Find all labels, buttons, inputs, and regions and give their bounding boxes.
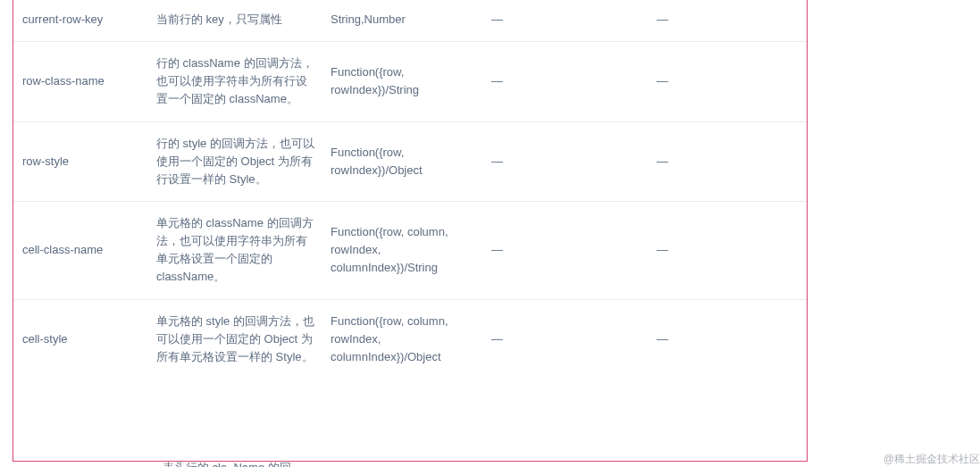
attr-type: Function({row, rowIndex})/Object: [322, 121, 482, 201]
table-row: cell-class-name 单元格的 className 的回调方法，也可以…: [13, 201, 807, 299]
attr-default: —: [648, 0, 807, 42]
attr-default: —: [648, 121, 807, 201]
attr-opts: —: [482, 121, 648, 201]
attr-opts: —: [482, 0, 648, 42]
attr-name: row-class-name: [13, 42, 147, 121]
attr-opts: —: [482, 201, 648, 299]
table-row: row-class-name 行的 className 的回调方法，也可以使用字…: [13, 42, 807, 121]
attr-desc: 当前行的 key，只写属性: [147, 0, 322, 42]
table-row: row-style 行的 style 的回调方法，也可以使用一个固定的 Obje…: [13, 121, 807, 201]
attr-name: current-row-key: [13, 0, 147, 42]
attr-type: Function({row, column, rowIndex, columnI…: [322, 201, 482, 299]
attr-desc: 单元格的 className 的回调方法，也可以使用字符串为所有单元格设置一个固…: [147, 201, 322, 299]
table-row: current-row-key 当前行的 key，只写属性 String,Num…: [13, 0, 807, 42]
attr-desc: 行的 className 的回调方法，也可以使用字符串为所有行设置一个固定的 c…: [147, 42, 322, 121]
attr-opts: —: [482, 299, 648, 379]
attr-desc: 行的 style 的回调方法，也可以使用一个固定的 Object 为所有行设置一…: [147, 121, 322, 201]
attr-default: —: [648, 42, 807, 121]
attr-type: String,Number: [322, 0, 482, 42]
attr-name: cell-class-name: [13, 201, 147, 299]
doc-table-frame: current-row-key 当前行的 key，只写属性 String,Num…: [13, 0, 808, 462]
api-attributes-table: current-row-key 当前行的 key，只写属性 String,Num…: [13, 0, 807, 379]
attr-desc: 单元格的 style 的回调方法，也可以使用一个固定的 Object 为所有单元…: [147, 299, 322, 379]
attr-opts: —: [482, 42, 648, 121]
attr-type: Function({row, rowIndex})/String: [322, 42, 482, 121]
attr-default: —: [648, 299, 807, 379]
attr-name: row-style: [13, 121, 147, 201]
watermark-text: @稀土掘金技术社区: [884, 452, 980, 467]
table-row: cell-style 单元格的 style 的回调方法，也可以使用一个固定的 O…: [13, 299, 807, 379]
attr-default: —: [648, 201, 807, 299]
cutoff-next-row: 表头行的 cla..Name 的回: [163, 460, 291, 467]
attr-name: cell-style: [13, 299, 147, 379]
attr-type: Function({row, column, rowIndex, columnI…: [322, 299, 482, 379]
